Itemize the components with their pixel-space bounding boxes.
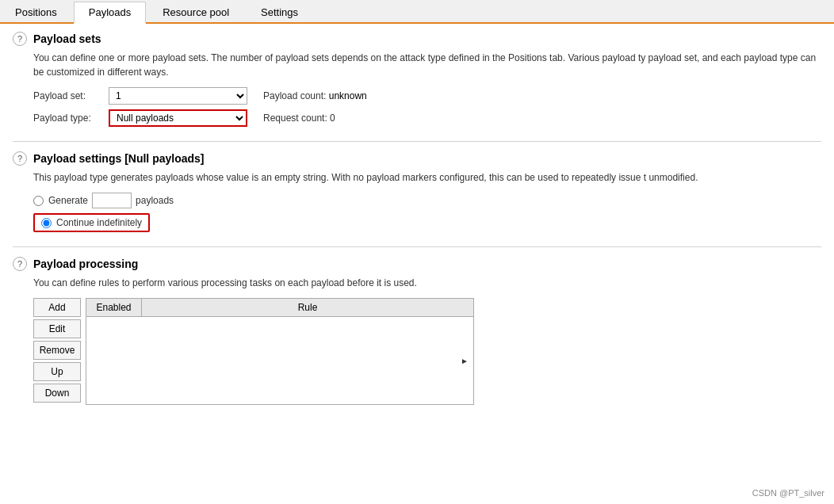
table-header: Enabled Rule — [86, 299, 473, 317]
payload-set-select[interactable]: 1 2 3 — [109, 87, 247, 105]
payload-sets-section: ? Payload sets You can define one or mor… — [13, 32, 821, 127]
up-button[interactable]: Up — [33, 362, 81, 381]
payload-type-row: Payload type: Null payloads Simple list … — [13, 109, 821, 127]
payload-sets-header: ? Payload sets — [13, 32, 821, 46]
payload-type-select[interactable]: Null payloads Simple list Runtime file C… — [109, 109, 247, 127]
generate-label: Generate — [48, 195, 88, 206]
down-button[interactable]: Down — [33, 384, 81, 403]
scroll-arrow-icon: ► — [461, 357, 469, 365]
remove-button[interactable]: Remove — [33, 341, 81, 360]
continue-label: Continue indefinitely — [56, 217, 142, 228]
payload-processing-title: Payload processing — [33, 258, 138, 270]
payload-settings-header: ? Payload settings [Null payloads] — [13, 151, 821, 166]
add-button[interactable]: Add — [33, 298, 81, 317]
payload-settings-description: This payload type generates payloads who… — [13, 170, 821, 185]
edit-button[interactable]: Edit — [33, 319, 81, 338]
tab-positions[interactable]: Positions — [0, 2, 72, 22]
continue-indefinitely-box: Continue indefinitely — [33, 213, 150, 232]
payload-set-label: Payload set: — [33, 90, 109, 101]
payload-settings-title: Payload settings [Null payloads] — [33, 152, 205, 165]
continue-radio[interactable] — [41, 218, 52, 228]
payload-settings-section: ? Payload settings [Null payloads] This … — [13, 151, 821, 232]
generate-radio[interactable] — [33, 196, 44, 206]
generate-count-input[interactable] — [92, 193, 132, 208]
tab-settings[interactable]: Settings — [246, 2, 313, 22]
generate-radio-row: Generate payloads — [13, 193, 821, 208]
payload-count-info: Payload count: unknown — [263, 90, 367, 101]
tab-bar: Positions Payloads Resource pool Setting… — [0, 0, 834, 24]
col-rule-header: Rule — [142, 299, 473, 316]
processing-table-container: Add Edit Remove Up Down Enabled Rule ► — [13, 298, 821, 405]
payload-processing-description: You can define rules to perform various … — [13, 276, 821, 290]
tab-resource-pool[interactable]: Resource pool — [147, 2, 244, 22]
divider-2 — [13, 246, 821, 247]
payload-sets-title: Payload sets — [33, 32, 101, 45]
payload-processing-help-icon[interactable]: ? — [13, 257, 27, 271]
payload-set-row: Payload set: 1 2 3 Payload count: unknow… — [13, 87, 821, 105]
table-body[interactable]: ► — [86, 317, 473, 404]
payload-processing-header: ? Payload processing — [13, 257, 821, 271]
watermark: CSDN @PT_silver — [752, 488, 824, 498]
tab-payloads[interactable]: Payloads — [74, 2, 146, 24]
payload-processing-section: ? Payload processing You can define rule… — [13, 257, 821, 405]
payload-sets-help-icon[interactable]: ? — [13, 32, 27, 46]
payloads-label: payloads — [136, 195, 174, 206]
continue-radio-row: Continue indefinitely — [13, 213, 821, 232]
payload-type-label: Payload type: — [33, 113, 109, 124]
col-enabled-header: Enabled — [86, 299, 142, 316]
main-content: ? Payload sets You can define one or mor… — [0, 24, 834, 499]
request-count-info: Request count: 0 — [263, 113, 335, 124]
processing-table: Enabled Rule ► — [86, 298, 474, 405]
divider-1 — [13, 141, 821, 142]
payload-sets-description: You can define one or more payload sets.… — [13, 51, 821, 79]
action-buttons: Add Edit Remove Up Down — [33, 298, 81, 405]
payload-settings-help-icon[interactable]: ? — [13, 151, 27, 166]
